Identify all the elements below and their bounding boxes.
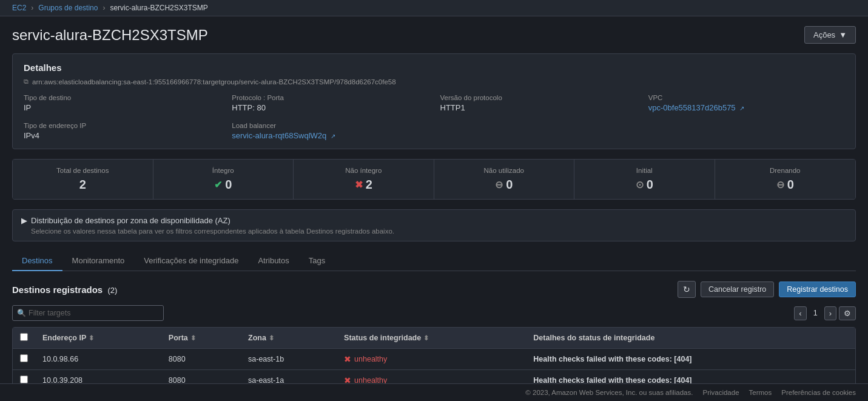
- stat-drenando-value: 0: [787, 178, 794, 192]
- stats-row: Total de destinos 2 Íntegro ✔ 0 Não ínte…: [12, 159, 856, 200]
- stat-total-label: Total de destinos: [22, 167, 143, 174]
- select-all-checkbox[interactable]: [20, 333, 28, 341]
- minus-circle-icon-gray: ⊖: [495, 179, 503, 190]
- protocolo-item: Protocolo : Porta HTTP: 80: [232, 94, 428, 112]
- sort-icon-ip: ⬍: [89, 334, 94, 342]
- refresh-button[interactable]: ↻: [678, 281, 696, 298]
- x-circle-icon-red: ✖: [355, 179, 363, 190]
- targets-count: (2): [107, 286, 117, 295]
- table-row: 10.0.98.66 8080 sa-east-1b ✖ unhealthy H…: [13, 349, 855, 370]
- tipo-ip-value: IPv4: [24, 131, 39, 140]
- next-page-button[interactable]: ›: [824, 306, 836, 320]
- stat-nao-utilizado: Não utilizado ⊖ 0: [434, 160, 575, 199]
- row-status-0: ✖ unhealthy: [337, 349, 526, 370]
- stat-nao-utilizado-value-wrap: ⊖ 0: [444, 178, 565, 192]
- tipo-destino-label: Tipo de destino: [24, 94, 220, 101]
- actions-label: Ações: [813, 30, 835, 39]
- footer-terms[interactable]: Termos: [749, 389, 772, 396]
- search-input[interactable]: [12, 305, 164, 321]
- th-checkbox: [13, 328, 35, 349]
- arn-row: ⧉ arn:aws:elasticloadbalancing:sa-east-1…: [24, 78, 844, 86]
- details-card: Detalhes ⧉ arn:aws:elasticloadbalancing:…: [12, 53, 856, 149]
- stat-integro-label: Íntegro: [163, 167, 284, 174]
- row-detalhes-0: Health checks failed with these codes: […: [526, 349, 855, 370]
- stat-integro: Íntegro ✔ 0: [153, 160, 294, 199]
- details-title: Detalhes: [24, 62, 844, 73]
- tipo-destino-item: Tipo de destino IP: [24, 94, 220, 112]
- stat-nao-integro-value-wrap: ✖ 2: [303, 178, 424, 192]
- breadcrumb-ec2[interactable]: EC2: [12, 4, 26, 12]
- register-targets-button[interactable]: Registrar destinos: [779, 281, 856, 297]
- sort-icon-status: ⬍: [423, 334, 429, 342]
- stat-integro-value: 0: [225, 178, 232, 192]
- load-balancer-link[interactable]: servic-alura-rqt68SwqlW2q: [232, 131, 326, 140]
- row-checkbox-cell-0: [13, 349, 35, 370]
- stat-drenando-value-wrap: ⊖ 0: [725, 178, 846, 192]
- targets-title: Destinos registrados (2): [12, 285, 117, 295]
- az-title: Distribuição de destinos por zona de dis…: [31, 216, 230, 225]
- stat-nao-utilizado-value: 0: [506, 178, 513, 192]
- page-number: 1: [809, 307, 822, 319]
- stat-initial: Initial ⊙ 0: [574, 160, 715, 199]
- row-zona-0: sa-east-1b: [241, 349, 337, 370]
- row-porta-0: 8080: [161, 349, 241, 370]
- az-header[interactable]: ▶ Distribuição de destinos por zona de d…: [21, 216, 847, 225]
- vpc-item: VPC vpc-0bfe558137d26b575 ↗: [648, 94, 844, 112]
- vpc-value: vpc-0bfe558137d26b575 ↗: [648, 103, 744, 112]
- row-ip-0: 10.0.98.66: [35, 349, 161, 370]
- tab-verificacoes[interactable]: Verificações de integridade: [134, 251, 248, 271]
- footer-privacy[interactable]: Privacidade: [702, 389, 739, 396]
- sort-icon-porta: ⬍: [190, 334, 196, 342]
- stat-drenando: Drenando ⊖ 0: [715, 160, 856, 199]
- stat-initial-value-wrap: ⊙ 0: [584, 178, 705, 192]
- footer: © 2023, Amazon Web Services, Inc. ou sua…: [0, 383, 868, 401]
- stat-nao-utilizado-label: Não utilizado: [444, 167, 565, 174]
- tab-atributos[interactable]: Atributos: [248, 251, 298, 271]
- tab-monitoramento[interactable]: Monitoramento: [62, 251, 135, 271]
- stat-nao-integro: Não íntegro ✖ 2: [294, 160, 434, 199]
- stat-nao-integro-value: 2: [366, 178, 372, 192]
- load-balancer-label: Load balancer: [232, 122, 428, 129]
- row-checkbox-0[interactable]: [20, 354, 28, 362]
- protocolo-label: Protocolo : Porta: [232, 94, 428, 101]
- status-value-0: unhealthy: [354, 355, 387, 363]
- table-header-row: Endereço IP ⬍ Porta ⬍ Zona ⬍: [13, 328, 855, 349]
- search-wrap: 🔍: [12, 305, 164, 321]
- page-header: servic-alura-BZCH2SX3TSMP Ações ▼: [12, 26, 856, 44]
- external-link-icon-lb: ↗: [331, 133, 335, 140]
- th-detalhes: Detalhes do status de integridade: [526, 328, 855, 349]
- drain-icon-gray: ⊖: [776, 179, 784, 190]
- vpc-link[interactable]: vpc-0bfe558137d26b575: [648, 103, 736, 112]
- targets-table-wrap: Endereço IP ⬍ Porta ⬍ Zona ⬍: [12, 327, 856, 391]
- unhealthy-icon-0: ✖: [344, 354, 351, 364]
- tipo-destino-value: IP: [24, 103, 31, 112]
- sort-icon-zona: ⬍: [269, 334, 274, 342]
- stat-total-value: 2: [22, 178, 143, 192]
- search-icon: 🔍: [17, 309, 26, 317]
- th-status: Status de integridade ⬍: [337, 328, 526, 349]
- tab-tags[interactable]: Tags: [299, 251, 335, 271]
- stat-total: Total de destinos 2: [13, 160, 153, 199]
- load-balancer-item: Load balancer servic-alura-rqt68SwqlW2q …: [232, 122, 428, 140]
- breadcrumb: EC2 › Grupos de destino › servic-alura-B…: [0, 0, 868, 16]
- breadcrumb-current: servic-alura-BZCH2SX3TSMP: [110, 4, 207, 12]
- vpc-label: VPC: [648, 94, 844, 101]
- tab-destinos[interactable]: Destinos: [12, 251, 62, 271]
- load-balancer-value: servic-alura-rqt68SwqlW2q ↗: [232, 131, 335, 140]
- actions-button[interactable]: Ações ▼: [804, 26, 856, 44]
- check-circle-icon-green: ✔: [214, 179, 222, 190]
- versao-item: Versão do protocolo HTTP1: [440, 94, 636, 112]
- details-grid: Tipo de destino IP Protocolo : Porta HTT…: [24, 94, 844, 140]
- az-subtitle: Selecione os valores nessa tabela para v…: [31, 227, 847, 235]
- breadcrumb-grupos[interactable]: Grupos de destino: [38, 4, 98, 12]
- tipo-ip-label: Tipo de endereço IP: [24, 122, 220, 129]
- stat-initial-label: Initial: [584, 167, 705, 174]
- table-settings-button[interactable]: ⚙: [839, 306, 856, 320]
- external-link-icon: ↗: [739, 105, 744, 112]
- prev-page-button[interactable]: ‹: [794, 306, 806, 320]
- row-checkbox-1[interactable]: [20, 376, 28, 383]
- tipo-ip-item: Tipo de endereço IP IPv4: [24, 122, 220, 140]
- footer-preferences[interactable]: Preferências de cookies: [781, 389, 856, 396]
- cancel-register-button[interactable]: Cancelar registro: [701, 281, 774, 297]
- targets-actions: ↻ Cancelar registro Registrar destinos: [678, 281, 856, 298]
